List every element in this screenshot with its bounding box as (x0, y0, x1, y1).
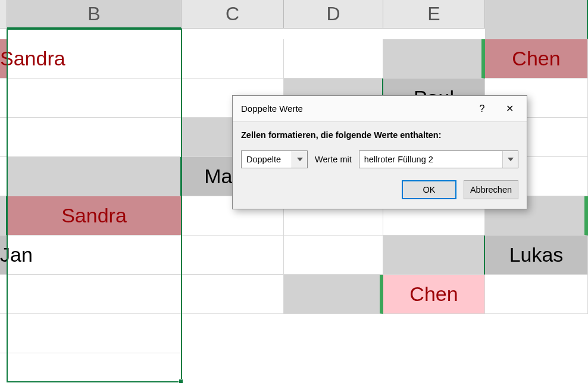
data-cell[interactable]: Chen (383, 275, 485, 314)
empty-cell[interactable] (284, 39, 383, 79)
empty-cell[interactable] (0, 275, 7, 314)
empty-cell[interactable] (182, 275, 284, 314)
empty-cell[interactable] (7, 236, 182, 275)
values-with-label: Werte mit (315, 155, 352, 164)
cancel-button[interactable]: Abbrechen (464, 180, 518, 199)
empty-cell[interactable] (0, 157, 7, 196)
column-header-e[interactable]: E (383, 0, 485, 29)
duplicate-type-select[interactable]: Doppelte (241, 150, 308, 168)
dialog-instruction: Zellen formatieren, die folgende Werte e… (241, 130, 518, 140)
data-cell[interactable]: Chen (485, 39, 588, 79)
empty-cell[interactable] (7, 118, 182, 157)
duplicate-type-value: Doppelte (242, 151, 292, 168)
empty-cell[interactable] (7, 314, 182, 353)
fill-handle[interactable] (179, 379, 183, 384)
empty-cell[interactable] (485, 275, 588, 314)
empty-cell[interactable] (0, 314, 7, 353)
format-style-select[interactable]: hellroter Füllung 2 (359, 150, 518, 168)
row-header[interactable] (485, 0, 588, 39)
data-cell[interactable]: Jan (0, 236, 7, 275)
data-cell[interactable]: Sandra (0, 39, 7, 79)
empty-cell[interactable] (182, 236, 284, 275)
dialog-title: Doppelte Werte (241, 103, 468, 114)
empty-cell[interactable] (284, 236, 383, 275)
empty-cell[interactable] (7, 39, 182, 79)
ok-button[interactable]: OK (402, 180, 456, 199)
row-header[interactable] (383, 39, 485, 79)
column-header-c[interactable]: C (182, 0, 284, 29)
close-button[interactable]: ✕ (496, 98, 523, 120)
column-header-d[interactable]: D (284, 0, 383, 29)
chevron-down-icon (502, 151, 518, 168)
row-header[interactable] (284, 275, 383, 314)
empty-cell[interactable] (7, 79, 182, 118)
column-header-b[interactable]: B (7, 0, 182, 29)
row-header[interactable] (0, 196, 7, 236)
format-style-value: hellroter Füllung 2 (359, 151, 502, 168)
empty-cell[interactable] (182, 39, 284, 79)
empty-cell[interactable] (7, 275, 182, 314)
chevron-down-icon (292, 151, 307, 168)
dialog-titlebar[interactable]: Doppelte Werte ? ✕ (233, 96, 527, 122)
empty-cell[interactable] (0, 79, 7, 118)
help-button[interactable]: ? (468, 98, 496, 120)
data-cell[interactable]: Sandra (7, 196, 182, 236)
row-header[interactable] (7, 157, 182, 196)
empty-cell[interactable] (0, 118, 7, 157)
data-cell[interactable]: Lukas (485, 236, 588, 275)
select-all-corner[interactable] (0, 0, 7, 29)
duplicate-values-dialog: Doppelte Werte ? ✕ Zellen formatieren, d… (232, 95, 527, 209)
row-header[interactable] (383, 236, 485, 275)
